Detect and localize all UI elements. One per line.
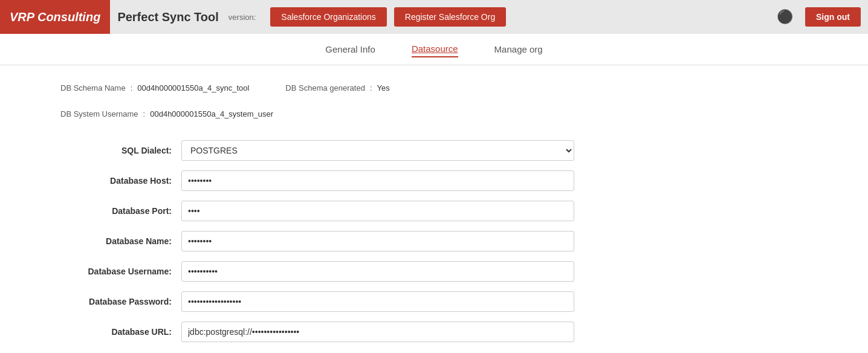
db-system-username-item: DB System Username : 00d4h000001550a_4_s… xyxy=(60,109,273,118)
logo: VRP Consulting xyxy=(0,0,110,34)
db-name-label: Database Name: xyxy=(60,236,181,246)
nav-tabs: General Info Datasource Manage org xyxy=(0,34,868,65)
main-content: DB Schema Name : 00d4h000001550a_4_sync_… xyxy=(0,65,868,353)
db-schema-generated-value: Yes xyxy=(377,83,390,92)
db-username-row: Database Username: xyxy=(60,261,808,282)
db-username-input[interactable] xyxy=(181,261,574,282)
sql-dialect-select[interactable]: POSTGRES MYSQL MSSQL xyxy=(181,140,574,161)
db-url-row: Database URL: xyxy=(60,322,808,342)
db-password-input[interactable] xyxy=(181,291,574,312)
signout-button[interactable]: Sign out xyxy=(805,7,861,27)
tab-general-info[interactable]: General Info xyxy=(325,44,375,57)
db-host-row: Database Host: xyxy=(60,170,808,191)
db-schema-generated-label: DB Schema generated xyxy=(285,83,365,92)
db-port-input[interactable] xyxy=(181,201,574,221)
db-system-username-section: DB System Username : 00d4h000001550a_4_s… xyxy=(24,103,844,125)
form-section: SQL Dialect: POSTGRES MYSQL MSSQL Databa… xyxy=(24,134,844,353)
db-host-label: Database Host: xyxy=(60,176,181,186)
db-system-username-label: DB System Username xyxy=(60,109,138,118)
db-url-input[interactable] xyxy=(181,322,574,342)
db-password-label: Database Password: xyxy=(60,297,181,306)
header: VRP Consulting Perfect Sync Tool version… xyxy=(0,0,868,34)
info-section: DB Schema Name : 00d4h000001550a_4_sync_… xyxy=(24,77,844,99)
sql-dialect-label: SQL Dialect: xyxy=(60,146,181,155)
db-port-row: Database Port: xyxy=(60,201,808,221)
db-username-label: Database Username: xyxy=(60,267,181,276)
app-title: Perfect Sync Tool xyxy=(117,10,218,24)
tab-manage-org[interactable]: Manage org xyxy=(494,44,543,57)
version-label: version: xyxy=(228,13,256,22)
db-schema-name-label: DB Schema Name xyxy=(60,83,126,92)
sql-dialect-row: SQL Dialect: POSTGRES MYSQL MSSQL xyxy=(60,140,808,161)
db-password-row: Database Password: xyxy=(60,291,808,312)
db-schema-generated-item: DB Schema generated : Yes xyxy=(285,83,389,92)
db-port-label: Database Port: xyxy=(60,206,181,216)
db-url-label: Database URL: xyxy=(60,327,181,337)
db-name-row: Database Name: xyxy=(60,231,808,251)
register-salesforce-button[interactable]: Register Salesforce Org xyxy=(394,7,506,27)
salesforce-orgs-button[interactable]: Salesforce Organizations xyxy=(270,7,386,27)
db-system-username-value: 00d4h000001550a_4_system_user xyxy=(150,109,273,118)
db-name-input[interactable] xyxy=(181,231,574,251)
db-schema-name-item: DB Schema Name : 00d4h000001550a_4_sync_… xyxy=(60,83,249,92)
db-schema-name-value: 00d4h000001550a_4_sync_tool xyxy=(137,83,249,92)
tab-datasource[interactable]: Datasource xyxy=(412,44,458,57)
db-host-input[interactable] xyxy=(181,170,574,191)
bell-icon[interactable]: ⚫ xyxy=(777,9,793,25)
